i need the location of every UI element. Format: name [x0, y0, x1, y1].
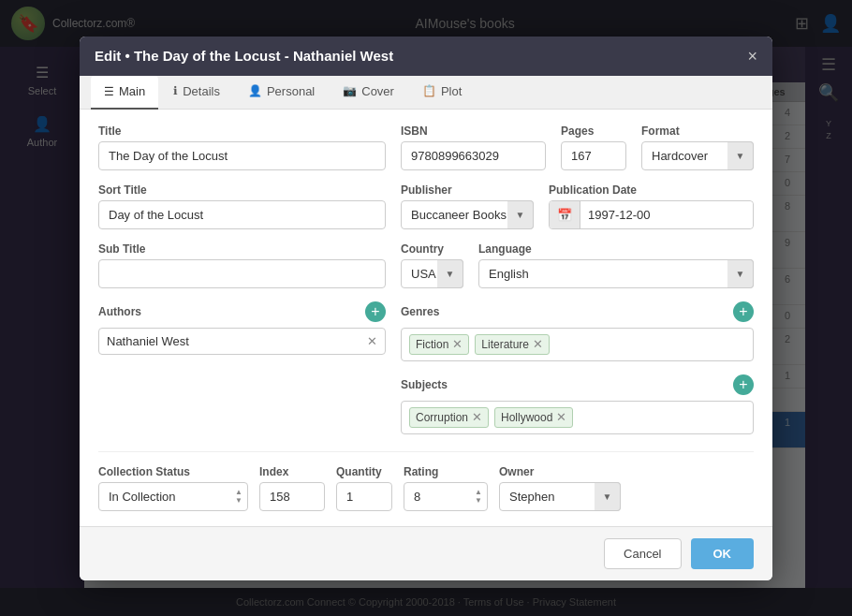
isbn-pages-row: ISBN Pages Format [401, 125, 754, 170]
isbn-group: ISBN [401, 125, 546, 170]
quantity-label: Quantity [336, 465, 392, 478]
genres-tags-area: Fiction ✕ Literature ✕ [401, 328, 754, 361]
tab-details[interactable]: ℹ Details [160, 76, 233, 109]
tab-main[interactable]: ☰ Main [91, 76, 158, 110]
sub-title-group: Sub Title [98, 242, 386, 288]
modal-title: Edit • The Day of the Locust - Nathaniel… [95, 48, 393, 64]
authors-group: Authors + Nathaniel West ✕ [98, 301, 386, 355]
index-label: Index [259, 465, 325, 478]
remove-subject-corruption-button[interactable]: ✕ [472, 411, 482, 423]
title-input[interactable] [98, 141, 386, 170]
main-two-col: Title Sort Title Sub Title [98, 125, 754, 444]
remove-genre-fiction-button[interactable]: ✕ [452, 338, 463, 350]
country-language-row: Country USA ▼ Language [401, 242, 754, 288]
plot-tab-icon: 📋 [422, 84, 436, 97]
add-genre-button[interactable]: + [733, 301, 754, 322]
modal-header: Edit • The Day of the Locust - Nathaniel… [80, 37, 772, 76]
edit-modal: Edit • The Day of the Locust - Nathaniel… [80, 37, 772, 580]
pages-group: Pages [561, 125, 626, 170]
language-label: Language [478, 242, 754, 256]
modal-body: Title Sort Title Sub Title [80, 110, 772, 526]
right-column: ISBN Pages Format [401, 125, 754, 444]
author-name: Nathaniel West [107, 334, 189, 348]
left-column: Title Sort Title Sub Title [98, 125, 386, 444]
authors-header: Authors + [98, 301, 386, 322]
genre-tag-literature: Literature ✕ [475, 334, 550, 355]
tab-details-label: Details [183, 84, 220, 98]
title-label: Title [98, 125, 386, 138]
remove-subject-hollywood-button[interactable]: ✕ [556, 411, 566, 423]
collection-status-label: Collection Status [98, 465, 248, 478]
pages-input[interactable] [561, 141, 626, 170]
quantity-group: Quantity [336, 465, 392, 511]
modal-close-button[interactable]: × [747, 48, 757, 65]
language-group: Language English ▼ [478, 242, 754, 288]
pages-label: Pages [561, 125, 626, 138]
tab-cover-label: Cover [361, 84, 394, 98]
publisher-select-wrapper: Buccaneer Books ▼ [401, 200, 534, 229]
isbn-input[interactable] [401, 141, 546, 170]
genres-group: Genres + Fiction ✕ Literature ✕ [401, 301, 754, 361]
cover-tab-icon: 📷 [343, 84, 357, 97]
index-input[interactable] [259, 482, 325, 511]
index-group: Index [259, 465, 325, 511]
tab-cover[interactable]: 📷 Cover [330, 76, 407, 109]
isbn-label: ISBN [401, 125, 546, 138]
subject-hollywood-label: Hollywood [501, 411, 552, 424]
sort-title-group: Sort Title [98, 183, 386, 229]
subjects-group: Subjects + Corruption ✕ Hollywood [401, 374, 754, 434]
remove-author-button[interactable]: ✕ [367, 335, 377, 347]
modal-footer: Cancel OK [80, 526, 772, 580]
genre-fiction-label: Fiction [416, 338, 448, 351]
subject-tag-corruption: Corruption ✕ [409, 407, 489, 428]
calendar-icon: 📅 [550, 201, 580, 228]
tab-personal-label: Personal [267, 84, 315, 98]
bottom-row: Collection Status In Collection Wishlist… [98, 451, 754, 511]
pubdate-input[interactable] [580, 201, 753, 228]
sort-title-input[interactable] [98, 200, 386, 229]
publisher-pubdate-row: Publisher Buccaneer Books ▼ Publication … [401, 183, 754, 229]
collection-status-group: Collection Status In Collection Wishlist… [98, 465, 248, 511]
app-background: 🔖 Collectorz.com® AIMouse's books ⊞ 👤 ☰ … [0, 0, 852, 616]
format-select-wrapper: Hardcover Paperback ▼ [641, 141, 754, 170]
add-author-button[interactable]: + [365, 301, 386, 322]
language-select-wrapper: English ▼ [478, 259, 754, 288]
language-select[interactable]: English [478, 259, 754, 288]
country-select[interactable]: USA [401, 259, 463, 288]
subject-tag-hollywood: Hollywood ✕ [494, 407, 573, 428]
subjects-tags-area: Corruption ✕ Hollywood ✕ [401, 401, 754, 434]
genres-header: Genres + [401, 301, 754, 322]
add-subject-button[interactable]: + [733, 374, 754, 395]
sub-title-label: Sub Title [98, 242, 386, 256]
genre-literature-label: Literature [481, 338, 529, 351]
subjects-label: Subjects [401, 378, 448, 391]
publisher-select[interactable]: Buccaneer Books [401, 200, 534, 229]
owner-select-wrapper: Stephen ▼ [499, 482, 621, 511]
main-tab-icon: ☰ [104, 85, 114, 98]
rating-label: Rating [404, 465, 488, 478]
owner-group: Owner Stephen ▼ [499, 465, 621, 511]
genres-label: Genres [401, 305, 439, 318]
collection-status-select[interactable]: In Collection Wishlist [98, 482, 248, 511]
country-group: Country USA ▼ [401, 242, 463, 288]
owner-select[interactable]: Stephen [499, 482, 621, 511]
quantity-input[interactable] [336, 482, 392, 511]
personal-tab-icon: 👤 [248, 84, 262, 97]
remove-genre-literature-button[interactable]: ✕ [533, 338, 543, 350]
modal-overlay: Edit • The Day of the Locust - Nathaniel… [0, 0, 852, 616]
ok-button[interactable]: OK [691, 538, 755, 569]
sub-title-input[interactable] [98, 259, 386, 288]
format-select[interactable]: Hardcover Paperback [641, 141, 754, 170]
format-label: Format [641, 125, 754, 138]
pubdate-field: 📅 [549, 200, 754, 229]
tab-personal[interactable]: 👤 Personal [235, 76, 328, 109]
rating-select[interactable]: 8 1 2 3 4 5 6 7 9 10 [404, 482, 488, 511]
pubdate-group: Publication Date 📅 [549, 183, 754, 229]
country-select-wrapper: USA ▼ [401, 259, 463, 288]
subjects-header: Subjects + [401, 374, 754, 395]
modal-tabs: ☰ Main ℹ Details 👤 Personal 📷 Cover 📋 [80, 76, 772, 110]
sort-title-label: Sort Title [98, 183, 386, 197]
tab-plot[interactable]: 📋 Plot [409, 76, 475, 109]
tab-plot-label: Plot [441, 84, 462, 98]
cancel-button[interactable]: Cancel [604, 538, 681, 569]
